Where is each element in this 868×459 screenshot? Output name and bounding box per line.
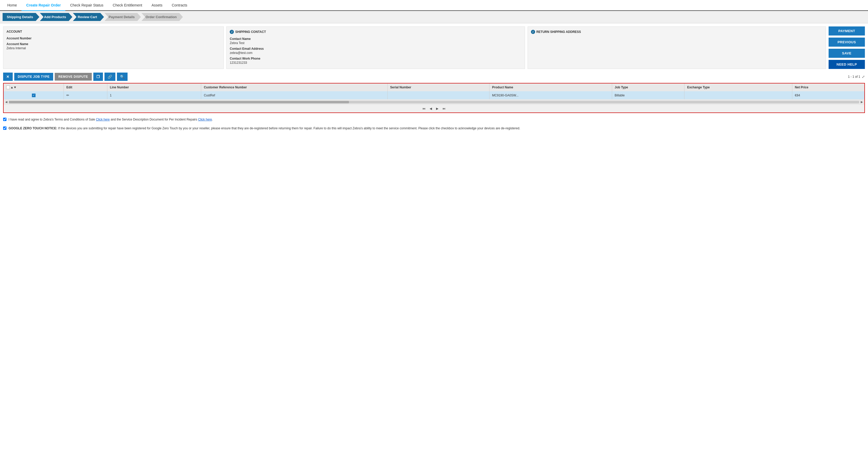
nav-contracts[interactable]: Contracts bbox=[167, 0, 192, 10]
main-content: ACCOUNT Account Number Account Name Zebr… bbox=[0, 23, 868, 134]
scroll-right-arrow[interactable]: ▶ bbox=[861, 100, 863, 104]
shipping-contact-header: i SHIPPING CONTACT bbox=[230, 30, 521, 34]
nav-home[interactable]: Home bbox=[3, 0, 22, 10]
next-page-button[interactable]: ▶ bbox=[435, 106, 439, 111]
row-checkbox[interactable]: ✓ bbox=[32, 94, 35, 97]
return-shipping-header: i RETURN SHIPPING ADDRESS bbox=[531, 30, 823, 34]
nav-check-entitlement[interactable]: Check Entitlement bbox=[108, 0, 147, 10]
table-toolbar: ✕ DISPUTE JOB TYPE REMOVE DISPUTE ❐ 🔗 🔍 … bbox=[3, 72, 865, 81]
terms-link-1[interactable]: Click here bbox=[96, 118, 110, 121]
col-header-customer-ref: Customer Reference Number bbox=[201, 84, 388, 91]
table-header-row: ▲▼ Edit Line Number Customer Reference N… bbox=[4, 84, 864, 91]
dispute-job-type-button[interactable]: DISPUTE JOB TYPE bbox=[14, 73, 53, 80]
nav-check-repair-status[interactable]: Check Repair Status bbox=[65, 0, 108, 10]
google-notice-area: GOOGLE ZERO TOUCH NOTICE: If the devices… bbox=[3, 126, 865, 131]
contact-email-label: Contact Email Address bbox=[230, 47, 521, 51]
top-navigation: Home Create Repair Order Check Repair St… bbox=[0, 0, 868, 11]
step-order-confirmation[interactable]: Order Confirmation bbox=[142, 13, 183, 21]
col-header-line-number: Line Number bbox=[107, 84, 201, 91]
step-shipping-details[interactable]: Shipping Details bbox=[3, 13, 39, 21]
terms-text: I have read and agree to Zebra's Terms a… bbox=[8, 117, 213, 122]
col-header-serial-number: Serial Number bbox=[388, 84, 489, 91]
step-review-cart[interactable]: Review Cart bbox=[73, 13, 104, 21]
row-net-price: €84 bbox=[792, 91, 864, 99]
col-header-net-price: Net Price bbox=[792, 84, 864, 91]
header-checkbox[interactable] bbox=[6, 86, 10, 89]
order-table: ▲▼ Edit Line Number Customer Reference N… bbox=[4, 84, 864, 99]
row-edit-cell[interactable]: ✏ bbox=[64, 91, 107, 99]
row-product-name: MC9190-GA0SW... bbox=[490, 91, 612, 99]
order-table-container: ▲▼ Edit Line Number Customer Reference N… bbox=[3, 83, 865, 113]
terms-area: I have read and agree to Zebra's Terms a… bbox=[3, 117, 865, 122]
account-name-label: Account Name bbox=[6, 42, 220, 46]
shipping-contact-panel: i SHIPPING CONTACT Contact Name Zebra Te… bbox=[226, 27, 525, 69]
col-header-exchange-type: Exchange Type bbox=[684, 84, 792, 91]
col-header-job-type: Job Type bbox=[612, 84, 684, 91]
need-help-button[interactable]: NEED HELP bbox=[829, 60, 865, 69]
info-panels-row: ACCOUNT Account Number Account Name Zebr… bbox=[3, 27, 865, 69]
step-add-products[interactable]: Add Products bbox=[40, 13, 72, 21]
row-line-number: 1 bbox=[107, 91, 201, 99]
close-button[interactable]: ✕ bbox=[3, 72, 13, 81]
col-header-checkbox: ▲▼ bbox=[4, 84, 64, 91]
table-row: ✓ ✏ 1 CustRef MC9190-GA0SW... Billable €… bbox=[4, 91, 864, 99]
sort-icon: ▲▼ bbox=[10, 86, 17, 89]
contact-name-label: Contact Name bbox=[230, 37, 521, 41]
google-notice-checkbox[interactable] bbox=[3, 127, 6, 130]
expand-icon[interactable]: ⤢ bbox=[862, 75, 865, 79]
previous-button[interactable]: PREVIOUS bbox=[829, 38, 865, 47]
attach-button[interactable]: 🔗 bbox=[104, 72, 115, 81]
payment-button[interactable]: PAYMENT bbox=[829, 27, 865, 35]
step-payment-details[interactable]: Payment Details bbox=[104, 13, 141, 21]
nav-create-repair-order[interactable]: Create Repair Order bbox=[22, 0, 65, 11]
horizontal-scrollbar[interactable]: ◀ ▶ bbox=[4, 99, 864, 105]
col-header-edit: Edit bbox=[64, 84, 107, 91]
account-panel: ACCOUNT Account Number Account Name Zebr… bbox=[3, 27, 224, 69]
shipping-info-icon: i bbox=[230, 30, 234, 34]
return-shipping-info-icon: i bbox=[531, 30, 535, 34]
return-shipping-panel: i RETURN SHIPPING ADDRESS bbox=[528, 27, 826, 69]
terms-checkbox[interactable] bbox=[3, 118, 6, 121]
save-button[interactable]: SAVE bbox=[829, 49, 865, 58]
nav-assets[interactable]: Assets bbox=[147, 0, 167, 10]
google-notice-text: GOOGLE ZERO TOUCH NOTICE: If the devices… bbox=[8, 126, 520, 131]
contact-phone-label: Contact Work Phone bbox=[230, 57, 521, 60]
contact-name-value: Zebra Test bbox=[230, 41, 521, 45]
account-panel-header: ACCOUNT bbox=[6, 30, 220, 33]
pagination-text: 1 - 1 of 1 bbox=[848, 75, 860, 78]
action-buttons-panel: PAYMENT PREVIOUS SAVE NEED HELP bbox=[829, 27, 865, 69]
first-page-button[interactable]: ⏮ bbox=[421, 106, 427, 111]
scrollbar-thumb[interactable] bbox=[9, 101, 349, 103]
col-header-product-name: Product Name bbox=[490, 84, 612, 91]
row-customer-ref: CustRef bbox=[201, 91, 388, 99]
google-notice-title: GOOGLE ZERO TOUCH NOTICE: bbox=[8, 127, 57, 130]
copy-button[interactable]: ❐ bbox=[93, 72, 103, 81]
pagination-info: 1 - 1 of 1 ⤢ bbox=[848, 75, 865, 79]
table-pagination-controls: ⏮ ◀ ▶ ⏭ bbox=[4, 105, 864, 112]
google-notice-body: If the devices you are submitting for re… bbox=[57, 127, 520, 130]
edit-pencil-icon[interactable]: ✏ bbox=[66, 93, 69, 97]
contact-phone-value: 1231231233 bbox=[230, 61, 521, 65]
scroll-left-arrow[interactable]: ◀ bbox=[5, 100, 7, 104]
row-exchange-type bbox=[684, 91, 792, 99]
account-name-value: Zebra Internal bbox=[6, 46, 220, 50]
scrollbar-track[interactable] bbox=[9, 101, 859, 103]
breadcrumb-steps: Shipping Details Add Products Review Car… bbox=[0, 11, 868, 23]
last-page-button[interactable]: ⏭ bbox=[441, 106, 447, 111]
remove-dispute-button[interactable]: REMOVE DISPUTE bbox=[55, 73, 92, 80]
search-button[interactable]: 🔍 bbox=[117, 72, 128, 81]
row-checkbox-cell[interactable]: ✓ bbox=[4, 91, 64, 99]
contact-email-value: zebra@test.com bbox=[230, 51, 521, 55]
terms-link-2[interactable]: Click here bbox=[198, 118, 212, 121]
row-serial-number bbox=[388, 91, 489, 99]
row-job-type: Billable bbox=[612, 91, 684, 99]
account-number-label: Account Number bbox=[6, 37, 220, 40]
prev-page-button[interactable]: ◀ bbox=[429, 106, 433, 111]
